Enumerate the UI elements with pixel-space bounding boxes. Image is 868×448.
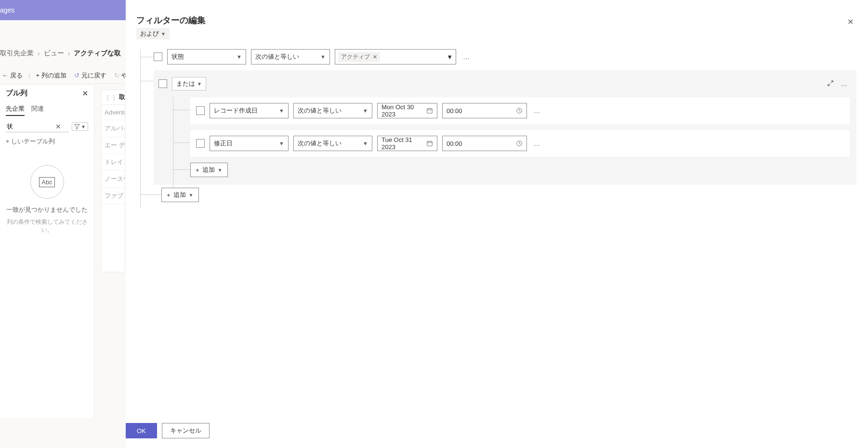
time-input[interactable]: 00:00	[442, 103, 527, 118]
chevron-down-icon: ▼	[320, 54, 326, 60]
filter-edit-panel: フィルターの編集 および ▼ ✕ 状態 ▼ 次の値と等しい ▼ ア	[126, 0, 868, 448]
panel-footer: OK キャンセル	[126, 423, 210, 438]
clear-search-icon[interactable]: ✕	[55, 123, 61, 130]
plus-icon: +	[167, 192, 171, 199]
filter-condition-row: レコード作成日▼ 次の値と等しい▼ Mon Oct 30 2023	[190, 97, 850, 124]
row-checkbox[interactable]	[196, 106, 205, 115]
or-group: または ▼ …	[154, 70, 856, 185]
redo-button[interactable]: ↻やり	[112, 71, 126, 80]
collapse-group-icon[interactable]	[827, 80, 834, 88]
crumb-2[interactable]: ビュー	[44, 49, 64, 58]
operator-select[interactable]: 次の値と等しい ▼	[251, 49, 330, 64]
add-condition-button[interactable]: + 追加 ▼	[190, 163, 228, 177]
ok-button[interactable]: OK	[126, 423, 157, 438]
filter-condition-row: 修正日▼ 次の値と等しい▼ Tue Oct 31 2023	[190, 130, 850, 157]
operator-select[interactable]: 次の値と等しい▼	[293, 103, 372, 118]
plus-icon: +	[36, 72, 39, 79]
list-item[interactable]: ノースウ	[102, 171, 125, 188]
data-list-header: ⋮⋮ 取引先企	[102, 90, 125, 105]
row-more-menu[interactable]: …	[532, 107, 543, 115]
plus-icon: +	[196, 166, 199, 174]
crumb-1[interactable]: 取引先企業	[0, 49, 34, 58]
redo-icon: ↻	[114, 72, 119, 79]
chevron-down-icon: ▼	[279, 108, 284, 114]
field-select[interactable]: レコード作成日▼	[210, 103, 289, 118]
back-button[interactable]: ←戻る	[0, 71, 25, 80]
operator-select[interactable]: 次の値と等しい▼	[293, 136, 372, 151]
field-select[interactable]: 修正日▼	[210, 136, 289, 151]
close-sidebar-icon[interactable]: ✕	[82, 90, 88, 97]
view-toolbar: ←戻る | +列の追加 ↺元に戻す ↻やり	[0, 67, 126, 84]
new-column-link[interactable]: + しいテーブル列	[6, 137, 88, 146]
breadcrumb: 取引先企業 › ビュー › アクティブな取	[0, 46, 126, 61]
plus-icon: +	[6, 138, 11, 145]
chevron-down-icon: ▼	[237, 54, 242, 60]
chevron-down-icon: ▼	[363, 141, 368, 146]
row-checkbox[interactable]	[196, 139, 205, 148]
time-input[interactable]: 00:00	[442, 136, 527, 151]
chevron-down-icon: ▼	[161, 31, 166, 37]
calendar-icon	[426, 140, 433, 147]
cancel-button[interactable]: キャンセル	[162, 423, 210, 438]
chevron-down-icon: ▼	[81, 124, 86, 129]
filter-dropdown-button[interactable]: ▼	[72, 122, 88, 131]
back-icon: ←	[2, 72, 8, 79]
list-item[interactable]: エー デー	[102, 137, 125, 154]
close-panel-icon[interactable]: ✕	[847, 17, 854, 26]
group-checkbox[interactable]	[158, 79, 167, 88]
chevron-down-icon: ▼	[197, 81, 202, 87]
filter-condition-row: 状態 ▼ 次の値と等しい ▼ アクティブ ✕ ▼ …	[154, 49, 856, 64]
sidebar-tabs: 先企業 関連	[6, 104, 88, 116]
row-more-menu[interactable]: …	[461, 53, 472, 61]
empty-state: Abc 一致が見つかりませんでした 列の条件で検索してみてください。	[6, 165, 88, 234]
chevron-down-icon: ▼	[189, 192, 194, 198]
crumb-3: アクティブな取	[74, 49, 121, 58]
panel-title: フィルターの編集	[136, 14, 856, 26]
group-or-operator[interactable]: または ▼	[172, 77, 206, 90]
row-checkbox[interactable]	[154, 52, 162, 61]
list-item[interactable]: アルパイ	[102, 120, 125, 137]
list-item[interactable]: トレイ リ	[102, 154, 125, 171]
field-select[interactable]: 状態 ▼	[167, 49, 246, 64]
date-input[interactable]: Mon Oct 30 2023	[377, 103, 437, 118]
undo-icon: ↺	[74, 72, 79, 79]
columns-sidebar: ブル列 ✕ 先企業 関連 ✕ ▼ + しいテーブル列 Abc 一致が見つかりませ…	[0, 86, 94, 418]
empty-msg-2: 列の条件で検索してみてください。	[6, 218, 88, 234]
row-more-menu[interactable]: …	[532, 140, 543, 147]
root-and-operator[interactable]: および ▼	[136, 28, 170, 39]
data-list-panel: ⋮⋮ 取引先企 Adventur アルパイ エー デー トレイ リ ノースウ フ…	[101, 90, 125, 272]
clock-icon	[516, 140, 523, 147]
chevron-down-icon: ▼	[279, 141, 284, 146]
date-input[interactable]: Tue Oct 31 2023	[377, 136, 437, 151]
filter-icon	[74, 124, 80, 129]
calendar-icon	[426, 107, 433, 114]
chevron-down-icon: ▼	[218, 167, 223, 173]
group-more-menu[interactable]: …	[839, 80, 850, 88]
undo-button[interactable]: ↺元に戻す	[72, 71, 108, 80]
svg-rect-5	[427, 141, 433, 146]
brand-text: ages	[0, 6, 14, 14]
chevron-down-icon: ▼	[363, 108, 368, 114]
tab-primary[interactable]: 先企業	[6, 104, 25, 116]
list-item[interactable]: ファブリ	[102, 188, 125, 205]
tab-related[interactable]: 関連	[31, 104, 44, 116]
empty-icon: Abc	[30, 165, 64, 199]
add-column-button[interactable]: +列の追加	[34, 71, 68, 80]
list-item[interactable]: Adventur	[102, 105, 125, 120]
clock-icon	[516, 107, 523, 114]
app-topbar: ages	[0, 0, 126, 20]
value-multiselect[interactable]: アクティブ ✕ ▼	[335, 49, 456, 64]
empty-msg-1: 一致が見つかりませんでした	[6, 205, 88, 214]
chevron-right-icon: ›	[38, 50, 40, 57]
remove-chip-icon[interactable]: ✕	[373, 54, 377, 60]
grip-icon: ⋮⋮	[105, 94, 117, 101]
sidebar-title: ブル列	[6, 89, 27, 98]
svg-rect-0	[427, 109, 433, 114]
add-condition-button[interactable]: + 追加 ▼	[161, 188, 199, 202]
filter-tree: 状態 ▼ 次の値と等しい ▼ アクティブ ✕ ▼ …	[140, 49, 856, 202]
chevron-down-icon: ▼	[447, 53, 453, 61]
chevron-right-icon: ›	[68, 50, 70, 57]
value-chip: アクティブ ✕	[338, 52, 380, 62]
